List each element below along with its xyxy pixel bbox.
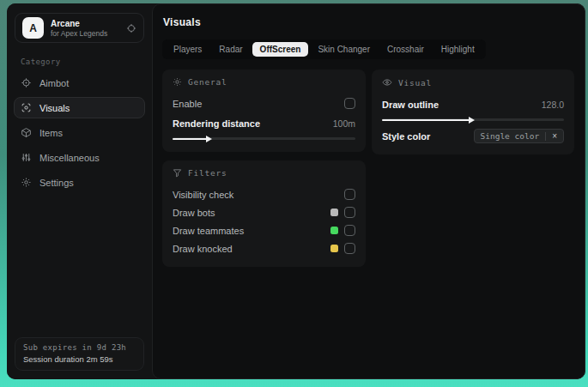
- desktop-background: A Arcane for Apex Legends Category: [0, 0, 588, 387]
- scan-eye-icon: [21, 102, 32, 113]
- style-color-tag-text: Single color: [481, 131, 540, 141]
- app-logo: A: [22, 17, 44, 39]
- slider-fill: [382, 119, 470, 121]
- gear-icon: [21, 177, 32, 188]
- enable-label: Enable: [173, 99, 202, 109]
- draw-outline-slider[interactable]: [382, 118, 564, 121]
- sidebar-item-miscellaneous[interactable]: Miscellaneous: [14, 147, 145, 168]
- visibility-check-checkbox[interactable]: [344, 189, 355, 200]
- draw-outline-row: Draw outline 128.0: [382, 95, 564, 113]
- rendering-distance-value: 100m: [333, 118, 355, 129]
- general-panel-title: General: [188, 77, 227, 87]
- sun-icon: [173, 77, 182, 87]
- sub-expires-text: Sub expires in 9d 23h: [23, 343, 136, 352]
- page-title: Visuals: [163, 16, 576, 28]
- draw-teammates-row: Draw teammates: [173, 221, 355, 239]
- session-duration-text: Session duration 2m 59s: [23, 354, 136, 364]
- sidebar-item-aimbot[interactable]: Aimbot: [14, 72, 145, 94]
- draw-teammates-color-swatch[interactable]: [330, 227, 338, 234]
- panel-columns: General Enable Rendering distance 100m: [162, 70, 576, 267]
- tag-divider: [545, 132, 546, 141]
- draw-bots-row: Draw bots: [173, 203, 355, 221]
- sidebar-item-label: Aimbot: [39, 78, 69, 88]
- tab-highlight[interactable]: Highlight: [433, 42, 482, 57]
- crosshair-icon[interactable]: [126, 23, 136, 33]
- rendering-distance-label: Rendering distance: [173, 118, 260, 129]
- visibility-check-label: Visibility check: [173, 190, 233, 200]
- sidebar-item-visuals[interactable]: Visuals: [14, 97, 145, 118]
- cube-icon: [21, 127, 32, 138]
- draw-knocked-label: Draw knocked: [173, 244, 233, 254]
- draw-bots-checkbox[interactable]: [344, 207, 355, 218]
- row-controls: [330, 243, 355, 254]
- draw-knocked-color-swatch[interactable]: [330, 245, 338, 252]
- right-column: Visual Draw outline 128.0 Style color: [372, 70, 574, 154]
- tab-skin-changer[interactable]: Skin Changer: [310, 42, 378, 57]
- general-panel-header: General: [173, 77, 355, 87]
- sidebar-nav: Aimbot Visuals Ite: [7, 72, 152, 193]
- row-controls: [330, 207, 355, 218]
- style-color-tag[interactable]: Single color ×: [474, 129, 564, 143]
- draw-knocked-row: Draw knocked: [173, 239, 355, 257]
- draw-outline-value: 128.0: [542, 100, 564, 110]
- style-color-row: Style color Single color ×: [382, 127, 564, 145]
- sidebar-item-label: Items: [39, 128, 63, 138]
- draw-teammates-checkbox[interactable]: [344, 225, 355, 236]
- general-panel: General Enable Rendering distance 100m: [162, 70, 366, 152]
- draw-outline-label: Draw outline: [382, 100, 439, 110]
- sidebar-item-label: Visuals: [39, 103, 70, 113]
- tab-crosshair[interactable]: Crosshair: [379, 42, 432, 57]
- app-title-block: Arcane for Apex Legends: [51, 19, 107, 38]
- tab-bar: Players Radar OffScreen Skin Changer Cro…: [162, 39, 486, 59]
- rendering-distance-row: Rendering distance 100m: [173, 114, 355, 132]
- visual-panel-title: Visual: [398, 78, 432, 88]
- filters-panel-header: Filters: [173, 168, 355, 178]
- close-icon[interactable]: ×: [552, 131, 557, 141]
- app-name: Arcane: [51, 19, 107, 28]
- left-column: General Enable Rendering distance 100m: [162, 70, 366, 267]
- sidebar-item-settings[interactable]: Settings: [14, 172, 145, 193]
- visibility-check-row: Visibility check: [173, 185, 355, 203]
- sidebar: A Arcane for Apex Legends Category: [7, 3, 152, 379]
- filters-panel: Filters Visibility check Draw bots: [162, 160, 366, 267]
- row-controls: [330, 225, 355, 236]
- filters-panel-title: Filters: [188, 168, 227, 178]
- sidebar-item-label: Miscellaneous: [39, 153, 100, 163]
- draw-teammates-label: Draw teammates: [173, 226, 244, 236]
- funnel-icon: [173, 168, 182, 178]
- tab-radar[interactable]: Radar: [211, 42, 250, 57]
- slider-fill: [173, 138, 207, 140]
- eye-icon: [382, 77, 392, 88]
- sidebar-item-label: Settings: [39, 178, 74, 188]
- category-label: Category: [21, 57, 152, 66]
- tab-offscreen[interactable]: OffScreen: [252, 42, 309, 57]
- app-window: A Arcane for Apex Legends Category: [7, 3, 585, 379]
- app-header-card: A Arcane for Apex Legends: [15, 13, 144, 43]
- draw-bots-label: Draw bots: [173, 208, 215, 218]
- sidebar-item-items[interactable]: Items: [14, 122, 145, 143]
- enable-checkbox[interactable]: [344, 98, 355, 109]
- sliders-icon: [21, 152, 32, 163]
- rendering-distance-slider[interactable]: [173, 137, 355, 140]
- tab-players[interactable]: Players: [166, 42, 209, 57]
- draw-bots-color-swatch[interactable]: [330, 209, 338, 216]
- subscription-info-card: Sub expires in 9d 23h Session duration 2…: [15, 337, 144, 371]
- visual-panel: Visual Draw outline 128.0 Style color: [372, 70, 574, 154]
- draw-knocked-checkbox[interactable]: [344, 243, 355, 254]
- app-subtitle: for Apex Legends: [51, 29, 107, 38]
- row-controls: [344, 189, 355, 200]
- enable-row: Enable: [173, 94, 355, 112]
- crosshair-icon: [21, 77, 32, 88]
- style-color-label: Style color: [382, 131, 430, 142]
- main-content: Visuals Players Radar OffScreen Skin Cha…: [152, 3, 585, 379]
- visual-panel-header: Visual: [382, 77, 564, 88]
